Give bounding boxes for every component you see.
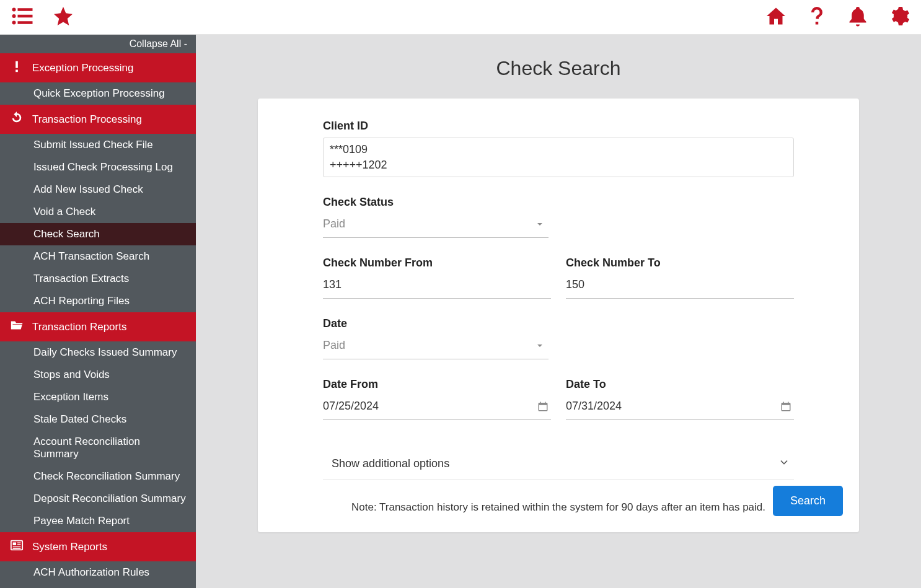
- date-from-input[interactable]: 07/25/2024: [323, 396, 551, 420]
- check-number-from-value: 131: [323, 278, 551, 293]
- svg-rect-13: [13, 548, 21, 549]
- check-status-label: Check Status: [323, 196, 794, 209]
- folder-open-icon: [10, 318, 24, 335]
- chevron-down-icon: [535, 341, 545, 353]
- svg-rect-15: [539, 403, 547, 405]
- nav-section-transaction-reports[interactable]: Transaction Reports: [0, 312, 196, 341]
- svg-rect-19: [782, 403, 790, 405]
- chevron-down-icon: [778, 456, 790, 471]
- nav-item-issued-check-log[interactable]: Issued Check Processing Log: [0, 156, 196, 178]
- client-id-option: +++++1202: [330, 157, 787, 173]
- nav-item-stops-voids[interactable]: Stops and Voids: [0, 364, 196, 386]
- svg-rect-12: [13, 546, 21, 547]
- client-id-option: ***0109: [330, 142, 787, 157]
- nav-item-daily-checks-summary[interactable]: Daily Checks Issued Summary: [0, 341, 196, 364]
- nav-item-exception-items[interactable]: Exception Items: [0, 386, 196, 408]
- nav-item-ach-transaction-search[interactable]: ACH Transaction Search: [0, 245, 196, 268]
- nav-item-add-new-issued-check[interactable]: Add New Issued Check: [0, 178, 196, 201]
- date-from-label: Date From: [323, 378, 551, 391]
- calendar-icon: [537, 401, 549, 415]
- check-number-from-input[interactable]: 131: [323, 274, 551, 299]
- bell-icon[interactable]: [847, 5, 869, 30]
- svg-rect-3: [18, 14, 33, 17]
- nav-item-check-search[interactable]: Check Search: [0, 223, 196, 245]
- date-type-value: Paid: [323, 339, 549, 354]
- menu-icon[interactable]: [11, 5, 33, 30]
- svg-rect-7: [15, 70, 18, 72]
- calendar-icon: [780, 401, 791, 415]
- svg-rect-20: [783, 402, 785, 405]
- svg-point-2: [12, 14, 16, 18]
- refresh-icon: [10, 111, 24, 128]
- nav-section-label: System Reports: [32, 541, 107, 553]
- news-icon: [10, 538, 24, 555]
- nav-section-exception-processing[interactable]: Exception Processing: [0, 53, 196, 82]
- client-id-select[interactable]: ***0109 +++++1202: [323, 138, 794, 177]
- help-icon[interactable]: [806, 5, 828, 30]
- gear-icon[interactable]: [888, 5, 910, 30]
- svg-rect-21: [788, 402, 789, 405]
- svg-point-0: [12, 7, 16, 11]
- nav-section-transaction-processing[interactable]: Transaction Processing: [0, 105, 196, 134]
- svg-rect-6: [15, 61, 18, 68]
- nav-item-ach-auth-rules[interactable]: ACH Authorization Rules: [0, 561, 196, 584]
- nav-section-system-reports[interactable]: System Reports: [0, 532, 196, 561]
- check-number-to-value: 150: [566, 278, 794, 293]
- check-number-to-input[interactable]: 150: [566, 274, 794, 299]
- check-number-from-label: Check Number From: [323, 257, 551, 270]
- date-to-input[interactable]: 07/31/2024: [566, 396, 794, 420]
- nav-section-label: Transaction Processing: [32, 113, 142, 126]
- search-button[interactable]: Search: [773, 486, 843, 516]
- svg-rect-5: [18, 21, 33, 24]
- nav-item-ach-reporting-files[interactable]: ACH Reporting Files: [0, 290, 196, 312]
- nav-section-label: Exception Processing: [32, 62, 133, 74]
- page-title: Check Search: [214, 35, 902, 99]
- date-type-select[interactable]: Paid: [323, 335, 549, 359]
- home-icon[interactable]: [765, 5, 787, 30]
- svg-point-4: [12, 20, 16, 24]
- svg-rect-9: [13, 542, 16, 545]
- check-number-to-label: Check Number To: [566, 257, 794, 270]
- exclamation-icon: [10, 59, 24, 76]
- retention-note: Note: Transaction history is retained wi…: [323, 501, 794, 514]
- main-area: Check Search Client ID ***0109 +++++1202…: [196, 35, 921, 588]
- nav-item-check-recon[interactable]: Check Reconciliation Summary: [0, 465, 196, 488]
- search-form-card: Client ID ***0109 +++++1202 Check Status…: [258, 99, 859, 532]
- nav-item-stale-dated[interactable]: Stale Dated Checks: [0, 408, 196, 431]
- sidebar: Collapse All - Exception Processing Quic…: [0, 35, 196, 588]
- check-status-value: Paid: [323, 217, 549, 232]
- svg-rect-17: [545, 402, 546, 405]
- nav-item-payee-match[interactable]: Payee Match Report: [0, 510, 196, 532]
- star-icon[interactable]: [52, 5, 74, 30]
- nav-item-quick-exception[interactable]: Quick Exception Processing: [0, 82, 196, 105]
- show-additional-options-toggle[interactable]: Show additional options: [323, 447, 794, 480]
- date-label: Date: [323, 317, 794, 330]
- svg-rect-10: [17, 542, 20, 543]
- client-id-label: Client ID: [323, 120, 794, 133]
- date-to-value: 07/31/2024: [566, 400, 794, 415]
- svg-rect-1: [18, 8, 33, 11]
- additional-options-label: Show additional options: [332, 457, 449, 470]
- nav-item-void-check[interactable]: Void a Check: [0, 201, 196, 223]
- svg-rect-11: [17, 544, 20, 545]
- top-bar: [0, 0, 921, 35]
- check-status-select[interactable]: Paid: [323, 214, 549, 238]
- nav-section-label: Transaction Reports: [32, 321, 126, 333]
- nav-item-transaction-extracts[interactable]: Transaction Extracts: [0, 268, 196, 290]
- date-from-value: 07/25/2024: [323, 400, 551, 415]
- nav-item-submit-issued-check[interactable]: Submit Issued Check File: [0, 134, 196, 156]
- nav-item-account-recon[interactable]: Account Reconciliation Summary: [0, 431, 196, 465]
- nav-item-deposit-recon[interactable]: Deposit Reconciliation Summary: [0, 488, 196, 510]
- chevron-down-icon: [535, 219, 545, 232]
- svg-rect-16: [540, 402, 542, 405]
- collapse-all-toggle[interactable]: Collapse All -: [0, 35, 196, 53]
- date-to-label: Date To: [566, 378, 794, 391]
